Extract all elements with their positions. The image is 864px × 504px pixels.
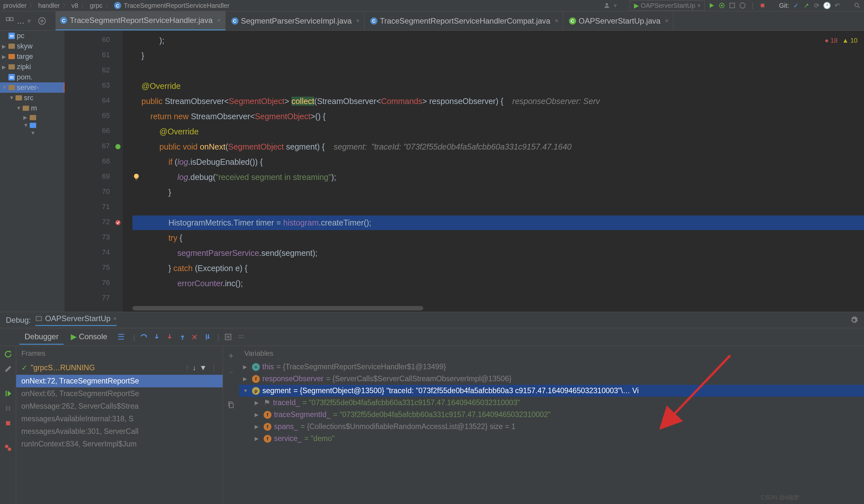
pause-icon[interactable] <box>4 404 12 412</box>
variable-row[interactable]: ▶fspans_ = {Collections$UnmodifiableRand… <box>239 421 864 433</box>
close-icon[interactable]: × <box>663 17 669 24</box>
code-line[interactable]: } catch (Exception e) { <box>132 261 248 276</box>
stack-frame[interactable]: onMessage:262, ServerCalls$Strea <box>16 400 223 412</box>
git-history-icon[interactable]: 🕐 <box>823 2 830 9</box>
filter-icon[interactable]: ▼ <box>199 363 207 372</box>
folder-icon <box>23 106 29 111</box>
breadcrumb-seg[interactable]: handler <box>38 2 60 9</box>
folder-icon <box>9 54 15 59</box>
breakpoint-icon[interactable] <box>115 219 121 226</box>
code-line[interactable]: @Override <box>132 124 199 139</box>
var-badge-icon: p <box>252 387 260 395</box>
variable-row[interactable]: ▶⚑traceId_ = "073f2f55de0b4fa5afcbb60a33… <box>239 397 864 409</box>
stack-frame[interactable]: onNext:65, TraceSegmentReportSe <box>16 387 223 400</box>
project-tool-button[interactable]: …▾ <box>0 11 36 31</box>
threads-icon[interactable]: ☰ <box>118 333 125 341</box>
variable-row[interactable]: ▶≡this = {TraceSegmentReportServiceHandl… <box>239 361 864 373</box>
resume-icon[interactable] <box>4 389 12 398</box>
person-icon[interactable] <box>603 2 610 9</box>
code-line[interactable]: HistogramMetrics.Timer timer = histogram… <box>132 216 864 230</box>
variable-row[interactable]: ▼psegment = {SegmentObject@13500} "trace… <box>239 385 864 397</box>
stack-frame[interactable]: messagesAvailable:301, ServerCall <box>16 425 223 438</box>
code-line[interactable]: log.debug("received segment in streaming… <box>132 170 336 184</box>
code-line[interactable]: segmentParserService.send(segment); <box>132 246 317 261</box>
debug-config-tab[interactable]: OAPServerStartUp × <box>35 314 116 326</box>
force-step-into-icon[interactable] <box>166 333 174 341</box>
code-line[interactable]: } <box>132 48 144 63</box>
copy-icon[interactable] <box>227 401 235 409</box>
svg-rect-8 <box>10 17 13 20</box>
next-frame-icon[interactable]: ↓ <box>193 363 196 372</box>
horizontal-scrollbar[interactable] <box>132 306 423 311</box>
breakpoints-icon[interactable] <box>4 444 12 452</box>
class-icon: C <box>231 17 238 25</box>
git-update-icon[interactable]: ✓ <box>792 2 800 9</box>
gear-icon[interactable] <box>850 316 858 324</box>
step-into-icon[interactable] <box>153 333 161 341</box>
coverage-icon[interactable] <box>729 2 736 9</box>
code-line[interactable]: return new StreamObserver<SegmentObject>… <box>132 109 326 124</box>
breadcrumb-seg[interactable]: v8 <box>71 2 78 9</box>
console-tab[interactable]: ▶ Console <box>65 329 112 345</box>
breadcrumb-seg[interactable]: provider <box>3 2 26 9</box>
stop-debug-icon[interactable] <box>4 419 12 428</box>
variable-row[interactable]: ▶fservice_ = "demo" <box>239 433 864 445</box>
code-line[interactable]: try { <box>132 231 182 245</box>
profile-icon[interactable] <box>739 2 746 9</box>
code-line[interactable]: @Override <box>132 79 181 93</box>
code-line[interactable]: if (log.isDebugEnabled()) { <box>132 155 263 169</box>
close-icon[interactable]: × <box>215 17 221 24</box>
inspection-badges[interactable]: ● 18 ▲ 10 <box>825 35 858 46</box>
code-editor[interactable]: 606162636465666768697071727374757677 ); … <box>64 31 864 312</box>
var-badge-icon: f <box>264 423 272 431</box>
prev-frame-icon[interactable]: ↑ <box>185 363 189 372</box>
variable-row[interactable]: ▶fresponseObserver = {ServerCalls$Server… <box>239 373 864 385</box>
code-line[interactable]: errorCounter.inc(); <box>132 276 243 291</box>
debugger-tab[interactable]: Debugger <box>20 329 64 345</box>
remove-watch-icon[interactable]: － <box>227 367 235 378</box>
project-sidebar[interactable]: mpc ▶skyw ▶targe ▶zipki mpom. ▼server- ▼… <box>0 31 64 312</box>
svg-rect-3 <box>730 3 735 8</box>
debug-icon[interactable] <box>718 2 725 9</box>
close-icon[interactable]: × <box>553 17 558 24</box>
svg-point-10 <box>115 144 121 149</box>
run-to-cursor-icon[interactable] <box>204 333 213 341</box>
folder-icon <box>9 64 15 70</box>
variable-row[interactable]: ▶ftraceSegmentId_ = "073f2f55de0b4fa5afc… <box>239 409 864 421</box>
thread-selector[interactable]: ✓ "grpcS…RUNNING ↑ ↓ ▼ ⋮ <box>16 361 223 375</box>
stack-frame[interactable]: runInContext:834, ServerImpl$Jum <box>16 438 223 451</box>
intention-bulb-icon[interactable] <box>132 173 140 181</box>
git-push-icon[interactable]: ⟳ <box>813 2 820 9</box>
step-over-icon[interactable] <box>140 333 148 341</box>
git-rollback-icon[interactable]: ↶ <box>833 2 841 9</box>
git-commit-icon[interactable]: ↗ <box>803 2 810 9</box>
trace-icon[interactable] <box>237 333 245 341</box>
modify-icon[interactable] <box>4 365 12 373</box>
editor-tab[interactable]: C OAPServerStartUp.java × <box>564 11 673 31</box>
run-icon[interactable] <box>708 2 715 9</box>
stack-frame[interactable]: messagesAvailableInternal:318, S <box>16 412 223 425</box>
code-line[interactable]: public StreamObserver<SegmentObject> col… <box>132 94 600 109</box>
rerun-icon[interactable] <box>4 350 12 358</box>
close-icon[interactable]: × <box>354 17 360 24</box>
editor-tab[interactable]: C TraceSegmentReportServiceHandlerCompat… <box>366 11 563 31</box>
drop-frame-icon[interactable]: ✕ <box>191 333 200 341</box>
code-line[interactable]: public void onNext(SegmentObject segment… <box>132 140 572 154</box>
breadcrumb-seg[interactable]: grpc <box>90 2 103 9</box>
override-gutter-icon[interactable] <box>115 143 121 150</box>
code-line[interactable]: ); <box>132 33 165 48</box>
code-line[interactable]: } <box>132 185 171 200</box>
search-icon[interactable] <box>854 2 861 9</box>
add-watch-icon[interactable]: ＋ <box>227 350 235 361</box>
stack-frame[interactable]: onNext:72, TraceSegmentReportSe <box>16 375 223 387</box>
stop-icon[interactable] <box>759 2 766 9</box>
editor-tab[interactable]: C SegmentParserServiceImpl.java × <box>227 11 364 31</box>
editor-tab[interactable]: C TraceSegmentReportServiceHandler.java … <box>56 11 226 31</box>
gutter[interactable]: 606162636465666768697071727374757677 <box>64 31 123 312</box>
evaluate-icon[interactable] <box>224 333 232 341</box>
step-out-icon[interactable] <box>178 333 187 341</box>
breadcrumb-seg[interactable]: TraceSegmentReportServiceHandler <box>124 2 229 9</box>
run-config-select[interactable]: ▶ OAPServerStartUp ▾ <box>630 0 705 11</box>
svg-point-2 <box>721 4 723 7</box>
expand-icon[interactable] <box>37 16 47 25</box>
